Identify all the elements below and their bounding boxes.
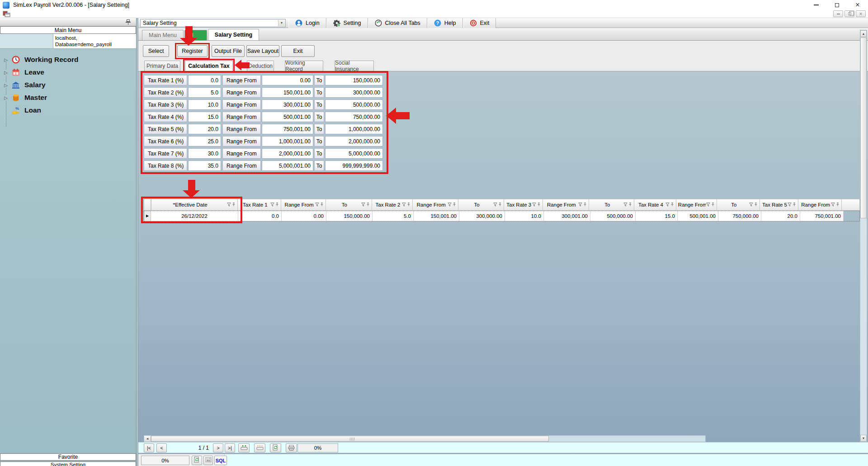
toolbar-button-login[interactable]: Login (288, 18, 326, 28)
mdi-minimize-button[interactable] (833, 10, 843, 17)
toolbar-button-setting[interactable]: Setting (326, 18, 368, 28)
filter-funnel-icon[interactable] (361, 202, 365, 207)
toolbar-button-close-all-tabs[interactable]: Close All Tabs (368, 18, 427, 28)
filter-funnel-icon[interactable] (706, 202, 710, 207)
mdi-restore-button[interactable] (844, 10, 854, 17)
tax-rate-input[interactable]: 25.0 (188, 136, 221, 146)
tab-salary-setting[interactable]: Salary Setting (208, 29, 259, 40)
grid-cell[interactable]: 750,000.00 (718, 211, 761, 221)
expander-icon[interactable]: ▷ (3, 95, 9, 100)
pin-column-icon[interactable] (232, 202, 236, 207)
grid-cell[interactable]: 0.0 (238, 211, 282, 221)
delete-row-button[interactable] (254, 443, 265, 452)
expander-icon[interactable]: ▷ (3, 70, 9, 75)
filter-funnel-icon[interactable] (270, 202, 274, 207)
tax-rate-input[interactable]: 0.0 (188, 75, 221, 85)
subtab-social-insurance[interactable]: Social Insurance (335, 61, 374, 71)
filter-funnel-icon[interactable] (578, 202, 582, 207)
grid-cell[interactable]: 500,000.00 (590, 211, 636, 221)
grid-cell[interactable]: 20.0 (761, 211, 800, 221)
status-image-button[interactable] (203, 456, 213, 465)
action-button-register[interactable]: Register (177, 45, 208, 57)
grid-cell[interactable]: 500,001.00 (678, 211, 718, 221)
sidebar-item-master[interactable]: ▷Master (0, 91, 136, 104)
pin-column-icon[interactable] (583, 202, 587, 207)
to-input[interactable]: 1,000,000.00 (325, 124, 383, 134)
pin-column-icon[interactable] (836, 202, 840, 207)
grid-column-header[interactable]: To (589, 199, 634, 211)
grid-column-header[interactable]: Tax Rate 4 (634, 199, 676, 211)
action-button-exit[interactable]: Exit (281, 45, 315, 57)
grid-cell[interactable]: 26/12/2022 (151, 211, 238, 221)
pin-column-icon[interactable] (320, 202, 324, 207)
grid-column-header[interactable]: Range From (798, 199, 842, 211)
grid-column-header[interactable]: Range From (676, 199, 717, 211)
pin-column-icon[interactable] (711, 202, 715, 207)
to-input[interactable]: 300,000.00 (325, 87, 383, 98)
vertical-scrollbar[interactable]: ▲ ▼ (860, 30, 867, 442)
vertical-scrollbar-thumb[interactable] (860, 38, 867, 218)
grid-column-header[interactable]: Range From (413, 199, 458, 211)
action-button-select[interactable]: Select (143, 45, 169, 57)
subtab-calculation-tax[interactable]: Calculation Tax (185, 61, 233, 71)
grid-cell[interactable]: 150,000.00 (326, 211, 373, 221)
pin-column-icon[interactable] (793, 202, 796, 207)
filter-funnel-icon[interactable] (227, 202, 231, 207)
filter-funnel-icon[interactable] (788, 202, 792, 207)
range-from-input[interactable]: 5,000,001.00 (262, 160, 313, 171)
refresh-button[interactable] (270, 443, 281, 452)
sidebar-item-leave[interactable]: ▷Leave (0, 66, 136, 79)
restore-button[interactable] (826, 0, 847, 10)
subtab-primary-data[interactable]: Primary Data (144, 61, 180, 71)
filter-funnel-icon[interactable] (402, 202, 406, 207)
subtab-working-record[interactable]: Working Record (285, 61, 323, 71)
filter-funnel-icon[interactable] (665, 202, 670, 207)
tax-rate-input[interactable]: 15.0 (188, 112, 221, 122)
grid-cell[interactable]: 150,001.00 (414, 211, 459, 221)
pin-column-icon[interactable] (670, 202, 674, 207)
mdi-close-button[interactable]: × (856, 10, 866, 17)
filter-funnel-icon[interactable] (749, 202, 753, 207)
action-button-output-file[interactable]: Output File (212, 45, 245, 57)
tax-rate-input[interactable]: 20.0 (188, 124, 221, 134)
filter-funnel-icon[interactable] (831, 202, 835, 207)
pin-column-icon[interactable] (453, 202, 456, 207)
filter-funnel-icon[interactable] (315, 202, 319, 207)
tax-rate-input[interactable]: 5.0 (188, 87, 221, 98)
next-record-button[interactable]: > (213, 443, 223, 452)
grid-row-selector[interactable]: ▶ (144, 211, 151, 221)
tax-rate-input[interactable]: 30.0 (188, 148, 221, 159)
tax-rate-input[interactable]: 10.0 (188, 99, 221, 110)
to-input[interactable]: 5,000,000.00 (325, 148, 383, 159)
filter-funnel-icon[interactable] (493, 202, 497, 207)
add-row-button[interactable] (238, 443, 250, 452)
expander-icon[interactable]: ▷ (3, 57, 9, 62)
range-from-input[interactable]: 1,000,001.00 (262, 136, 313, 146)
grid-data-row[interactable]: ▶26/12/20220.00.00150,000.005.0150,001.0… (144, 211, 860, 221)
status-refresh-button[interactable] (192, 456, 202, 465)
grid-column-header[interactable]: To (717, 199, 760, 211)
action-button-save-layout[interactable]: Save Layout (246, 45, 279, 57)
system-setting-panel-header[interactable]: System Setting (0, 461, 136, 466)
grid-column-header[interactable]: Tax Rate 2 (372, 199, 413, 211)
grid-column-header[interactable]: Tax Rate 5 (760, 199, 799, 211)
subtab-deduction[interactable]: Deduction (247, 61, 274, 71)
grid-column-header[interactable]: Range From (281, 199, 326, 211)
grid-column-header[interactable]: Tax Rate 3 (504, 199, 543, 211)
grid-column-header[interactable]: Tax Rate 1 (238, 199, 281, 211)
grid-cell[interactable]: 750,001.00 (800, 211, 844, 221)
grid-cell[interactable]: 300,001.00 (544, 211, 590, 221)
grid-column-header[interactable]: Range From (543, 199, 590, 211)
to-input[interactable]: 500,000.00 (325, 99, 383, 110)
sidebar-item-salary[interactable]: ▷Salary (0, 79, 136, 91)
grid-cell[interactable]: 10.0 (505, 211, 544, 221)
to-input[interactable]: 750,000.00 (325, 112, 383, 122)
toolbar-button-exit[interactable]: Exit (463, 18, 496, 28)
tab-main-menu[interactable]: Main Menu (142, 30, 184, 40)
range-from-input[interactable]: 750,001.00 (262, 124, 313, 134)
close-button[interactable]: × (847, 0, 868, 10)
scroll-down-icon[interactable]: ▼ (860, 435, 867, 442)
expander-icon[interactable]: ▷ (3, 83, 9, 88)
screen-selector-combobox[interactable]: Salary Setting ▼ (140, 19, 286, 27)
last-record-button[interactable]: >| (225, 443, 235, 452)
